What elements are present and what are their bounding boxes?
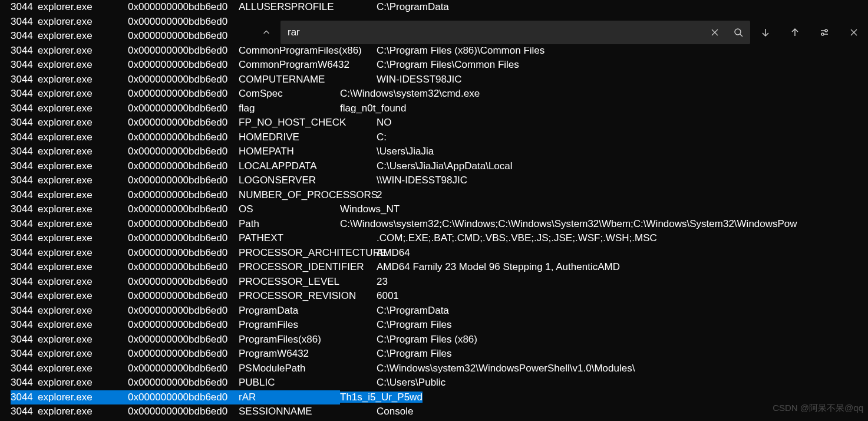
cell-variable: SESSIONNAME <box>239 404 377 419</box>
cell-address: 0x000000000bdb6ed0 <box>128 260 239 275</box>
cell-pid: 3044 <box>11 289 38 304</box>
cell-value: AMD64 Family 23 Model 96 Stepping 1, Aut… <box>377 260 868 275</box>
cell-pid: 3044 <box>11 217 38 232</box>
cell-variable: ProgramFiles(x86) <box>239 333 377 347</box>
search-icon[interactable] <box>727 21 750 44</box>
cell-variable: COMPUTERNAME <box>239 73 377 87</box>
cell-process: explorer.exe <box>38 304 128 318</box>
cell-process: explorer.exe <box>38 333 128 347</box>
cell-address: 0x000000000bdb6ed0 <box>128 376 239 390</box>
table-row: 3044explorer.exe0x000000000bdb6ed0PATHEX… <box>0 231 868 246</box>
cell-variable: HOMEDRIVE <box>239 130 377 145</box>
cell-process: explorer.exe <box>38 361 128 376</box>
table-row: 3044explorer.exe0x000000000bdb6ed0HOMEDR… <box>0 130 868 145</box>
cell-process: explorer.exe <box>38 202 128 217</box>
cell-address: 0x000000000bdb6ed0 <box>128 275 239 290</box>
cell-process: explorer.exe <box>38 130 128 145</box>
cell-address: 0x000000000bdb6ed0 <box>128 87 239 101</box>
settings-icon[interactable] <box>810 21 839 44</box>
cell-pid: 3044 <box>11 275 38 290</box>
search-input[interactable] <box>280 27 703 38</box>
table-row: 3044explorer.exe0x000000000bdb6ed0FP_NO_… <box>0 116 868 130</box>
cell-pid: 3044 <box>11 361 38 376</box>
table-row: 3044explorer.exe0x000000000bdb6ed0LOCALA… <box>0 159 868 174</box>
cell-process: explorer.exe <box>38 159 128 174</box>
cell-pid: 3044 <box>11 116 38 130</box>
table-row: 3044explorer.exe0x000000000bdb6ed0SESSIO… <box>0 404 868 419</box>
table-row: 3044explorer.exe0x000000000bdb6ed0Progra… <box>0 304 868 318</box>
table-row: 3044explorer.exe0x000000000bdb6ed0PROCES… <box>0 289 868 304</box>
table-row: 3044explorer.exe0x000000000bdb6ed0Progra… <box>0 318 868 333</box>
cell-pid: 3044 <box>11 188 38 203</box>
cell-variable: PROCESSOR_REVISION <box>239 289 377 304</box>
cell-process: explorer.exe <box>38 116 128 130</box>
cell-process: explorer.exe <box>38 101 128 116</box>
cell-address: 0x000000000bdb6ed0 <box>128 116 239 130</box>
cell-address: 0x000000000bdb6ed0 <box>128 217 239 232</box>
cell-process: explorer.exe <box>38 390 128 405</box>
cell-address: 0x000000000bdb6ed0 <box>128 231 239 246</box>
cell-address: 0x000000000bdb6ed0 <box>128 202 239 217</box>
cell-pid: 3044 <box>11 73 38 87</box>
cell-variable: Path <box>239 217 340 232</box>
table-row: 3044explorer.exe0x000000000bdb6ed0LOGONS… <box>0 173 868 188</box>
cell-address: 0x000000000bdb6ed0 <box>128 15 239 29</box>
close-icon[interactable] <box>840 21 868 44</box>
cell-address: 0x000000000bdb6ed0 <box>128 29 239 44</box>
clear-icon[interactable] <box>703 21 727 44</box>
cell-address: 0x000000000bdb6ed0 <box>128 0 239 15</box>
prev-match-icon[interactable] <box>781 21 809 44</box>
cell-address: 0x000000000bdb6ed0 <box>128 159 239 174</box>
cell-value: 23 <box>377 275 868 290</box>
cell-process: explorer.exe <box>38 231 128 246</box>
cell-pid: 3044 <box>11 376 38 390</box>
cell-variable: CommonProgramW6432 <box>239 58 377 73</box>
cell-value: C:\ProgramData <box>377 304 868 318</box>
cell-variable: FP_NO_HOST_CHECK <box>239 116 377 130</box>
chevron-up-icon[interactable] <box>253 21 279 44</box>
cell-pid: 3044 <box>11 404 38 419</box>
cell-variable: PROCESSOR_ARCHITECTURE <box>239 246 377 261</box>
table-row: 3044explorer.exe0x000000000bdb6ed0PROCES… <box>0 275 868 290</box>
cell-pid: 3044 <box>11 260 38 275</box>
cell-value: C:\ProgramData <box>377 0 868 15</box>
svg-point-1 <box>825 29 827 32</box>
cell-pid: 3044 <box>11 0 38 15</box>
cell-variable: ProgramFiles <box>239 318 377 333</box>
cell-value: C:\Program Files\Common Files <box>377 58 868 73</box>
cell-pid: 3044 <box>11 29 38 44</box>
cell-value: C:\Users\Public <box>377 376 868 390</box>
cell-pid: 3044 <box>11 58 38 73</box>
table-row: 3044explorer.exe0x000000000bdb6ed0ComSpe… <box>0 87 868 101</box>
cell-address: 0x000000000bdb6ed0 <box>128 390 239 405</box>
cell-value: NO <box>377 116 868 130</box>
table-row: 3044explorer.exe0x000000000bdb6ed0PUBLIC… <box>0 376 868 390</box>
cell-value: flag_n0t_found <box>340 101 868 116</box>
cell-process: explorer.exe <box>38 404 128 419</box>
cell-pid: 3044 <box>11 159 38 174</box>
table-row: 3044explorer.exe0x000000000bdb6ed0rARTh1… <box>0 390 868 405</box>
svg-point-2 <box>821 33 824 35</box>
cell-process: explorer.exe <box>38 15 128 29</box>
next-match-icon[interactable] <box>751 21 780 44</box>
cell-address: 0x000000000bdb6ed0 <box>128 73 239 87</box>
cell-process: explorer.exe <box>38 188 128 203</box>
cell-value: C:\Program Files <box>377 318 868 333</box>
cell-process: explorer.exe <box>38 87 128 101</box>
cell-pid: 3044 <box>11 304 38 318</box>
cell-pid: 3044 <box>11 101 38 116</box>
cell-value: C:\Windows\system32\WindowsPowerShell\v1… <box>377 361 868 376</box>
table-row: 3044explorer.exe0x000000000bdb6ed0PathC:… <box>0 217 868 232</box>
cell-variable: LOGONSERVER <box>239 173 377 188</box>
cell-process: explorer.exe <box>38 29 128 44</box>
cell-value: C:\Windows\system32;C:\Windows;C:\Window… <box>340 217 868 232</box>
table-row: 3044explorer.exe0x000000000bdb6ed0PROCES… <box>0 246 868 261</box>
cell-address: 0x000000000bdb6ed0 <box>128 58 239 73</box>
table-row: 3044explorer.exe0x000000000bdb6ed0PROCES… <box>0 260 868 275</box>
cell-address: 0x000000000bdb6ed0 <box>128 304 239 318</box>
cell-variable: PROCESSOR_IDENTIFIER <box>239 260 377 275</box>
cell-process: explorer.exe <box>38 58 128 73</box>
cell-variable: PSModulePath <box>239 361 377 376</box>
cell-process: explorer.exe <box>38 144 128 159</box>
cell-process: explorer.exe <box>38 173 128 188</box>
